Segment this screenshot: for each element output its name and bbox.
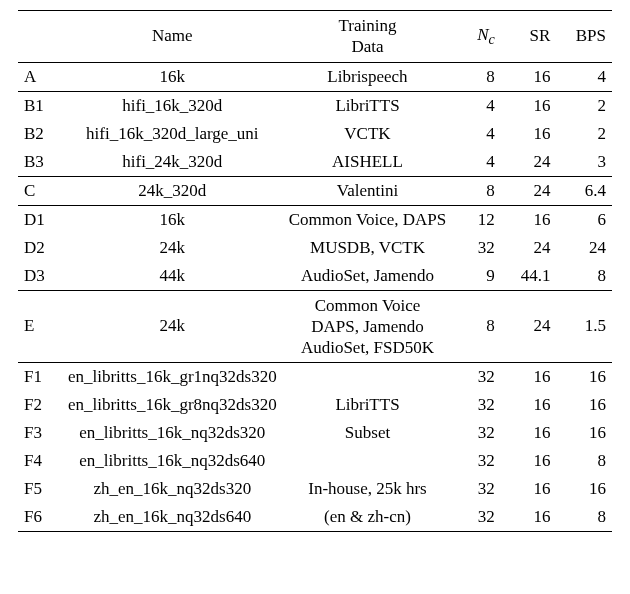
cell-nc: 4 (452, 120, 501, 148)
cell-name: 16k (62, 62, 283, 91)
cell-training-data (283, 363, 453, 392)
header-row: Name Training Data Nc SR BPS (18, 11, 612, 63)
cell-nc: 32 (452, 391, 501, 419)
cell-nc: 4 (452, 148, 501, 177)
cell-name: zh_en_16k_nq32ds320 (62, 475, 283, 503)
table-row: C24k_320dValentini8246.4 (18, 176, 612, 205)
cell-id: F1 (18, 363, 62, 392)
cell-id: B1 (18, 91, 62, 120)
table-row: D344kAudioSet, Jamendo944.18 (18, 262, 612, 291)
cell-sr: 16 (501, 475, 557, 503)
cell-bps: 16 (556, 419, 612, 447)
cell-sr: 16 (501, 91, 557, 120)
cell-bps: 16 (556, 475, 612, 503)
cell-training-data (283, 447, 453, 475)
cell-sr: 24 (501, 234, 557, 262)
header-nc: Nc (452, 11, 501, 63)
table-row: F5zh_en_16k_nq32ds320In-house, 25k hrs32… (18, 475, 612, 503)
cell-sr: 16 (501, 363, 557, 392)
table-row: E24kCommon VoiceDAPS, JamendoAudioSet, F… (18, 290, 612, 363)
cell-id: F5 (18, 475, 62, 503)
table-body: A16kLibrispeech8164B1hifi_16k_320dLibriT… (18, 62, 612, 532)
header-training-data-l2: Data (351, 37, 383, 56)
table-row: F3en_libritts_16k_nq32ds320Subset321616 (18, 419, 612, 447)
cell-sr: 16 (501, 120, 557, 148)
cell-id: B3 (18, 148, 62, 177)
cell-name: 24k_320d (62, 176, 283, 205)
cell-bps: 24 (556, 234, 612, 262)
cell-sr: 16 (501, 205, 557, 234)
cell-name: en_libritts_16k_gr8nq32ds320 (62, 391, 283, 419)
cell-id: A (18, 62, 62, 91)
cell-nc: 12 (452, 205, 501, 234)
cell-bps: 3 (556, 148, 612, 177)
cell-nc: 32 (452, 503, 501, 532)
table-row: F2en_libritts_16k_gr8nq32ds320LibriTTS32… (18, 391, 612, 419)
cell-training-data: LibriTTS (283, 91, 453, 120)
header-name: Name (62, 11, 283, 63)
cell-id: D2 (18, 234, 62, 262)
header-training-data-l1: Training (339, 16, 397, 35)
cell-id: D1 (18, 205, 62, 234)
table-container: Name Training Data Nc SR BPS A16kLibrisp… (0, 0, 630, 594)
cell-bps: 2 (556, 91, 612, 120)
cell-training-data: Valentini (283, 176, 453, 205)
cell-nc: 9 (452, 262, 501, 291)
cell-name: 44k (62, 262, 283, 291)
cell-training-data: Subset (283, 419, 453, 447)
cell-name: en_libritts_16k_nq32ds640 (62, 447, 283, 475)
cell-bps: 2 (556, 120, 612, 148)
cell-nc: 32 (452, 475, 501, 503)
cell-nc: 32 (452, 363, 501, 392)
cell-bps: 6.4 (556, 176, 612, 205)
cell-bps: 8 (556, 503, 612, 532)
cell-training-data: Librispeech (283, 62, 453, 91)
cell-nc: 32 (452, 419, 501, 447)
cell-nc: 32 (452, 234, 501, 262)
table-row: D224kMUSDB, VCTK322424 (18, 234, 612, 262)
table-row: D116kCommon Voice, DAPS12166 (18, 205, 612, 234)
cell-name: 24k (62, 290, 283, 363)
cell-training-data: Common VoiceDAPS, JamendoAudioSet, FSD50… (283, 290, 453, 363)
cell-training-data: Common Voice, DAPS (283, 205, 453, 234)
cell-training-data: (en & zh-cn) (283, 503, 453, 532)
cell-bps: 8 (556, 262, 612, 291)
cell-sr: 16 (501, 419, 557, 447)
cell-id: F4 (18, 447, 62, 475)
table-row: F4en_libritts_16k_nq32ds64032168 (18, 447, 612, 475)
cell-name: hifi_16k_320d_large_uni (62, 120, 283, 148)
cell-sr: 16 (501, 503, 557, 532)
cell-sr: 24 (501, 148, 557, 177)
cell-nc: 4 (452, 91, 501, 120)
cell-id: F2 (18, 391, 62, 419)
cell-name: en_libritts_16k_gr1nq32ds320 (62, 363, 283, 392)
codec-table: Name Training Data Nc SR BPS A16kLibrisp… (18, 10, 612, 532)
cell-training-data: MUSDB, VCTK (283, 234, 453, 262)
cell-bps: 1.5 (556, 290, 612, 363)
cell-nc: 8 (452, 290, 501, 363)
cell-name: 24k (62, 234, 283, 262)
cell-training-data: AudioSet, Jamendo (283, 262, 453, 291)
cell-bps: 4 (556, 62, 612, 91)
cell-training-data: AISHELL (283, 148, 453, 177)
cell-bps: 8 (556, 447, 612, 475)
cell-sr: 44.1 (501, 262, 557, 291)
table-row: B1hifi_16k_320dLibriTTS4162 (18, 91, 612, 120)
cell-sr: 16 (501, 391, 557, 419)
cell-bps: 16 (556, 363, 612, 392)
header-id (18, 11, 62, 63)
table-row: B2hifi_16k_320d_large_uniVCTK4162 (18, 120, 612, 148)
table-row: F1en_libritts_16k_gr1nq32ds320321616 (18, 363, 612, 392)
cell-sr: 24 (501, 176, 557, 205)
header-sr: SR (501, 11, 557, 63)
cell-nc: 8 (452, 62, 501, 91)
table-row: A16kLibrispeech8164 (18, 62, 612, 91)
cell-sr: 24 (501, 290, 557, 363)
cell-id: F3 (18, 419, 62, 447)
cell-bps: 6 (556, 205, 612, 234)
cell-training-data: In-house, 25k hrs (283, 475, 453, 503)
cell-nc: 32 (452, 447, 501, 475)
cell-name: zh_en_16k_nq32ds640 (62, 503, 283, 532)
cell-name: hifi_16k_320d (62, 91, 283, 120)
table-row: B3hifi_24k_320dAISHELL4243 (18, 148, 612, 177)
